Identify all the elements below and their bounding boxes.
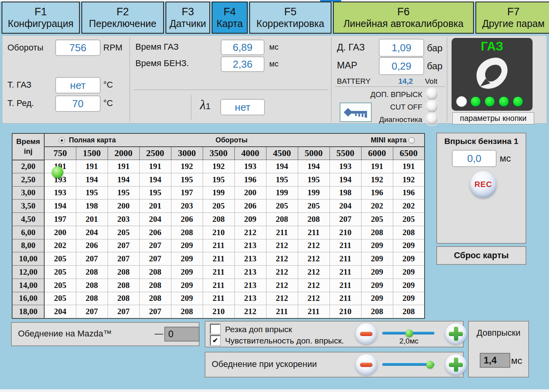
map-cell[interactable]: 212 [298,239,329,252]
map-cell[interactable]: 202 [44,239,76,252]
map-cell[interactable]: 208 [203,213,234,226]
map-cell[interactable]: 211 [266,226,298,239]
map-cell[interactable]: 208 [108,266,139,279]
map-cell[interactable]: 205 [298,200,329,213]
map-cell[interactable]: 199 [298,186,329,200]
map-cell[interactable]: 205 [44,279,76,292]
map-cell[interactable]: 207 [329,213,361,226]
map-cell[interactable]: 197 [171,186,203,200]
map-cell[interactable]: 210 [203,226,234,239]
map-cell[interactable]: 205 [108,226,139,239]
map-cell[interactable]: 211 [329,266,361,279]
map-cell[interactable]: 209 [171,239,203,252]
t-gas-value[interactable]: нет [55,77,101,94]
tab-f6-autocalibration[interactable]: F6Линейная автокалибровка [333,2,474,34]
map-cell[interactable]: 205 [393,213,425,226]
mini-map-radio[interactable] [409,137,415,144]
map-cell[interactable]: 197 [44,213,76,226]
map-cell[interactable]: 209 [393,279,425,292]
map-cell[interactable]: 192 [171,160,203,173]
map-cell[interactable]: 211 [298,226,329,239]
map-cell[interactable]: 204 [329,200,361,213]
time-benz-value[interactable]: 2,36 [221,56,265,72]
map-cell[interactable]: 199 [203,186,234,200]
map-cell[interactable]: 208 [139,279,171,292]
map-cell[interactable]: 194 [298,160,329,173]
map-cell[interactable]: 210 [329,226,361,239]
petrol-injection-value[interactable]: 0,0 [452,150,497,167]
map-cell[interactable]: 211 [203,292,234,305]
map-cell[interactable]: 193 [329,160,361,173]
map-cell[interactable]: 212 [266,239,298,252]
map-cell[interactable]: 191 [393,160,425,173]
map-cell[interactable]: 208 [361,226,393,239]
map-cell[interactable]: 191 [108,160,139,173]
map-cell[interactable]: 205 [361,213,393,226]
sensitivity-plus-button[interactable] [445,323,467,344]
tab-f1-configuration[interactable]: F1Конфигурация [2,2,80,34]
map-cell[interactable]: 209 [393,239,425,252]
map-cell[interactable]: 203 [171,200,203,213]
tab-f5-correction[interactable]: F5Корректировка [249,2,331,34]
map-cell[interactable]: 192 [361,173,393,186]
map-cell[interactable]: 208 [139,292,171,305]
map-cell[interactable]: 209 [361,239,393,252]
map-cell[interactable]: 194 [139,173,171,186]
map-cell[interactable]: 212 [234,226,266,239]
map-cell[interactable]: 194 [76,173,108,186]
map-cell[interactable]: 209 [171,292,203,305]
tab-f2-switching[interactable]: F2Переключение [81,2,164,34]
map-cell[interactable]: 195 [108,186,139,200]
map-cell[interactable]: 207 [108,305,139,318]
map-cell[interactable]: 208 [139,266,171,279]
map-cell[interactable]: 208 [393,305,425,318]
map-cell[interactable]: 208 [298,213,329,226]
map-cell[interactable]: 211 [203,252,234,266]
gas-switch-button[interactable]: ГАЗ [452,38,533,111]
map-cell[interactable]: 207 [139,239,171,252]
map-cell[interactable]: 211 [329,239,361,252]
map-cell[interactable]: 194 [266,160,298,173]
map-cell[interactable]: 191 [361,160,393,173]
mazda-value-field[interactable]: 0 [164,327,200,342]
map-cell[interactable]: 196 [361,186,393,200]
map-cell[interactable]: 205 [266,200,298,213]
map-cell[interactable]: 200 [44,226,76,239]
button-params-button[interactable]: параметры кнопки [452,112,534,124]
map-cell[interactable]: 209 [393,252,425,266]
map-cell[interactable]: 200 [108,200,139,213]
map-cell[interactable]: 205 [44,252,76,266]
map-cell[interactable]: 206 [171,213,203,226]
map-cell[interactable]: 194 [44,200,76,213]
map-cell[interactable]: 205 [44,292,76,305]
map-cell[interactable]: 196 [393,186,425,200]
map-cell[interactable]: 209 [361,292,393,305]
map-cell[interactable]: 207 [76,305,108,318]
map-cell[interactable]: 208 [76,266,108,279]
d-gas-value[interactable]: 1,09 [379,39,424,57]
map-cell[interactable]: 205 [44,266,76,279]
map-cell[interactable]: 212 [298,266,329,279]
map-cell[interactable]: 200 [234,186,266,200]
map-cell[interactable]: 193 [234,160,266,173]
rpm-value[interactable]: 756 [55,40,101,56]
map-cell[interactable]: 195 [298,173,329,186]
map-cell[interactable]: 201 [76,213,108,226]
time-gas-value[interactable]: 6,89 [221,40,265,55]
map-cell[interactable]: 209 [361,252,393,266]
map-cell[interactable]: 204 [76,226,108,239]
map-cell[interactable]: 212 [266,279,298,292]
map-cell[interactable]: 191 [139,160,171,173]
map-cell[interactable]: 209 [361,266,393,279]
map-cell[interactable]: 212 [298,279,329,292]
map-cell[interactable]: 198 [329,186,361,200]
map-cell[interactable]: 196 [234,173,266,186]
map-cell[interactable]: 211 [203,239,234,252]
reset-map-button[interactable]: Сброс карты [436,246,526,265]
map-cell[interactable]: 204 [44,305,76,318]
map-cell[interactable]: 192 [203,160,234,173]
map-cell[interactable]: 206 [234,200,266,213]
map-cell[interactable]: 212 [234,305,266,318]
map-cell[interactable]: 209 [171,266,203,279]
map-cell[interactable]: 212 [298,292,329,305]
